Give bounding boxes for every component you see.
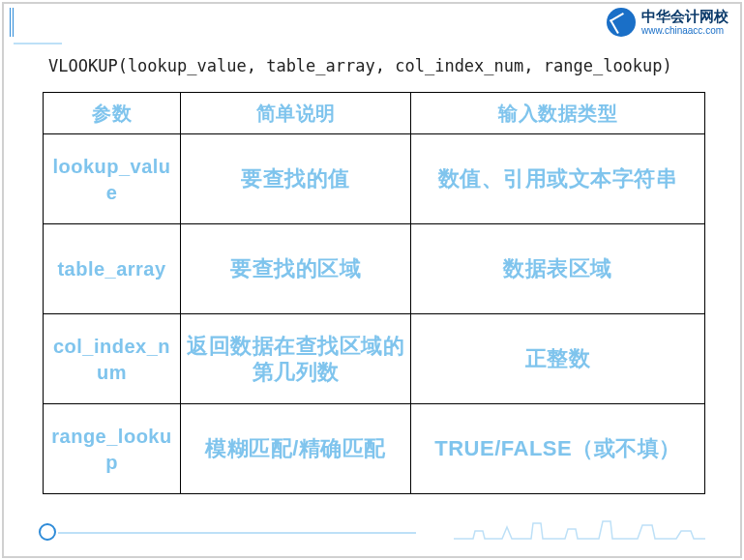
brand-logo: 中华会计网校 www.chinaacc.com bbox=[607, 8, 729, 37]
desc-cell: 要查找的值 bbox=[181, 134, 411, 224]
header-param: 参数 bbox=[44, 93, 181, 134]
brand-url: www.chinaacc.com bbox=[641, 25, 729, 36]
table-row: lookup_value 要查找的值 数值、引用或文本字符串 bbox=[44, 134, 705, 224]
type-cell: 数据表区域 bbox=[411, 224, 705, 314]
table-row: col_index_num 返回数据在查找区域的第几列数 正整数 bbox=[44, 314, 705, 404]
brand-name: 中华会计网校 bbox=[641, 9, 729, 25]
param-cell: table_array bbox=[57, 258, 165, 280]
desc-cell: 模糊匹配/精确匹配 bbox=[181, 404, 411, 494]
vlookup-syntax: VLOOKUP(lookup_value, table_array, col_i… bbox=[48, 56, 705, 75]
param-cell: col_index_num bbox=[53, 336, 170, 384]
param-cell: lookup_value bbox=[52, 156, 170, 204]
type-cell: 数值、引用或文本字符串 bbox=[411, 134, 705, 224]
table-row: table_array 要查找的区域 数据表区域 bbox=[44, 224, 705, 314]
desc-cell: 返回数据在查找区域的第几列数 bbox=[181, 314, 411, 404]
desc-cell: 要查找的区域 bbox=[181, 224, 411, 314]
vlookup-params-table: 参数 简单说明 输入数据类型 lookup_value 要查找的值 数值、引用或… bbox=[43, 92, 705, 494]
table-header-row: 参数 简单说明 输入数据类型 bbox=[44, 93, 705, 134]
header-desc: 简单说明 bbox=[181, 93, 411, 134]
type-cell: TRUE/FALSE（或不填） bbox=[411, 404, 705, 494]
table-row: range_lookup 模糊匹配/精确匹配 TRUE/FALSE（或不填） bbox=[44, 404, 705, 494]
param-cell: range_lookup bbox=[51, 426, 171, 474]
type-cell: 正整数 bbox=[411, 314, 705, 404]
header-type: 输入数据类型 bbox=[411, 93, 705, 134]
logo-mark-icon bbox=[607, 8, 636, 37]
